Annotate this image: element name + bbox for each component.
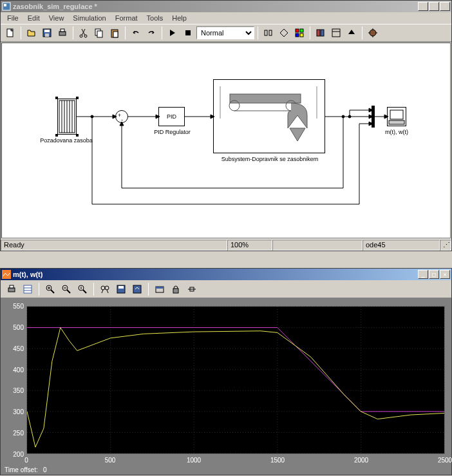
run-button[interactable] xyxy=(165,26,180,40)
svg-rect-82 xyxy=(118,286,124,289)
debug-button[interactable] xyxy=(366,26,380,40)
svg-point-78 xyxy=(105,286,109,290)
restore-axes-button[interactable] xyxy=(130,282,144,296)
save-axes-button[interactable] xyxy=(114,282,128,296)
statusbar: Ready 100% ode45 ⋰ xyxy=(1,239,451,251)
scope-title: m(t), w(t) xyxy=(13,271,418,278)
toolbar-icon-1[interactable] xyxy=(261,26,276,40)
paste-button[interactable] xyxy=(108,26,122,40)
scope-titlebar[interactable]: m(t), w(t) _ □ ✕ xyxy=(1,269,451,280)
model-explorer-button[interactable] xyxy=(329,26,343,40)
menubar: File Edit View Simulation Format Tools H… xyxy=(1,12,451,24)
open-button[interactable] xyxy=(24,26,39,40)
minimize-button[interactable]: _ xyxy=(418,2,428,11)
app-icon xyxy=(2,2,11,11)
scope-maximize-button[interactable]: □ xyxy=(429,270,439,279)
svg-line-68 xyxy=(51,290,54,293)
redo-button[interactable] xyxy=(144,26,158,40)
svg-rect-22 xyxy=(321,30,324,36)
lock-axes-button[interactable] xyxy=(169,282,183,296)
svg-rect-23 xyxy=(332,29,340,37)
x-tick: 1000 xyxy=(187,457,201,464)
main-title: zasobnik_sim_regulace * xyxy=(13,3,418,10)
model-canvas[interactable]: Pozadovana zasoba + - PID PID Regulator xyxy=(1,43,451,238)
plot-area[interactable] xyxy=(26,306,445,454)
stop-button[interactable] xyxy=(181,26,195,40)
scope-minimize-button[interactable]: _ xyxy=(418,270,428,279)
toolbar-icon-2[interactable] xyxy=(277,26,291,40)
undo-button[interactable] xyxy=(129,26,143,40)
go-up-button[interactable] xyxy=(344,26,359,40)
svg-line-75 xyxy=(83,290,86,293)
scope-plot[interactable]: 200250300350400450500550 050010001500200… xyxy=(1,298,451,475)
menu-view[interactable]: View xyxy=(45,14,68,23)
pid-block-label: PID Regulator xyxy=(148,129,196,135)
float-button[interactable] xyxy=(153,282,167,296)
source-block[interactable] xyxy=(57,99,77,135)
y-tick: 200 xyxy=(3,451,24,458)
new-button[interactable] xyxy=(3,26,17,40)
scope-block-label: m(t), w(t) xyxy=(381,129,413,135)
svg-rect-11 xyxy=(97,31,102,37)
svg-point-57 xyxy=(91,115,93,118)
x-tick: 1500 xyxy=(270,457,285,464)
status-grip[interactable]: ⋰ xyxy=(440,240,451,251)
menu-edit[interactable]: Edit xyxy=(24,14,44,23)
svg-rect-83 xyxy=(133,285,141,293)
scope-print-button[interactable] xyxy=(5,282,19,296)
maximize-button[interactable]: □ xyxy=(429,2,439,11)
svg-rect-17 xyxy=(296,29,299,32)
signal-select-button[interactable] xyxy=(185,282,199,296)
status-solver: ode45 xyxy=(363,240,440,251)
autoscale-button[interactable] xyxy=(98,282,112,296)
menu-format[interactable]: Format xyxy=(111,14,142,23)
menu-file[interactable]: File xyxy=(3,14,23,23)
scope-block[interactable] xyxy=(387,107,406,126)
svg-point-52 xyxy=(342,115,344,118)
menu-tools[interactable]: Tools xyxy=(143,14,167,23)
x-tick: 500 xyxy=(105,457,116,464)
sum-block[interactable]: + - xyxy=(115,110,128,123)
simulation-mode-select[interactable]: Normal xyxy=(196,26,254,39)
svg-rect-62 xyxy=(8,288,15,292)
main-titlebar[interactable]: zasobnik_sim_regulace * _ □ ✕ xyxy=(1,1,451,12)
svg-rect-14 xyxy=(185,30,191,35)
svg-point-25 xyxy=(370,30,376,36)
y-tick: 400 xyxy=(3,366,24,373)
zoom-y-button[interactable] xyxy=(75,282,89,296)
svg-rect-63 xyxy=(10,285,14,288)
svg-rect-86 xyxy=(173,289,178,293)
print-button[interactable] xyxy=(55,26,70,40)
svg-line-72 xyxy=(67,290,70,293)
conveyor-icon xyxy=(214,80,325,153)
scope-toolbar xyxy=(1,280,451,298)
cut-button[interactable] xyxy=(77,26,91,40)
time-offset-value: 0 xyxy=(43,466,47,473)
mux-block[interactable] xyxy=(372,106,375,128)
scope-close-button[interactable]: ✕ xyxy=(440,270,450,279)
simulink-window: zasobnik_sim_regulace * _ □ ✕ File Edit … xyxy=(0,0,452,251)
menu-simulation[interactable]: Simulation xyxy=(69,14,109,23)
svg-rect-4 xyxy=(44,30,50,32)
save-button[interactable] xyxy=(40,26,54,40)
zoom-in-button[interactable] xyxy=(43,282,57,296)
svg-rect-21 xyxy=(317,30,320,36)
svg-rect-6 xyxy=(59,32,66,35)
zoom-x-button[interactable] xyxy=(59,282,73,296)
time-offset-label: Time offset: 0 xyxy=(5,466,47,473)
x-tick: 0 xyxy=(24,457,28,464)
menu-help[interactable]: Help xyxy=(168,14,191,23)
svg-rect-42 xyxy=(390,110,403,119)
svg-point-77 xyxy=(101,286,105,290)
close-button[interactable]: ✕ xyxy=(440,2,450,11)
pid-block[interactable]: PID xyxy=(158,107,185,126)
y-tick: 300 xyxy=(3,408,24,415)
copy-button[interactable] xyxy=(92,26,106,40)
y-tick: 550 xyxy=(3,303,24,310)
scope-window: m(t), w(t) _ □ ✕ 20025030035040045050055… xyxy=(0,268,452,475)
scope-params-button[interactable] xyxy=(21,282,35,296)
x-tick: 2500 xyxy=(438,457,452,464)
subsystem-block[interactable] xyxy=(213,79,325,153)
library-browser-button[interactable] xyxy=(314,26,328,40)
toolbar-icon-3[interactable] xyxy=(292,26,306,40)
